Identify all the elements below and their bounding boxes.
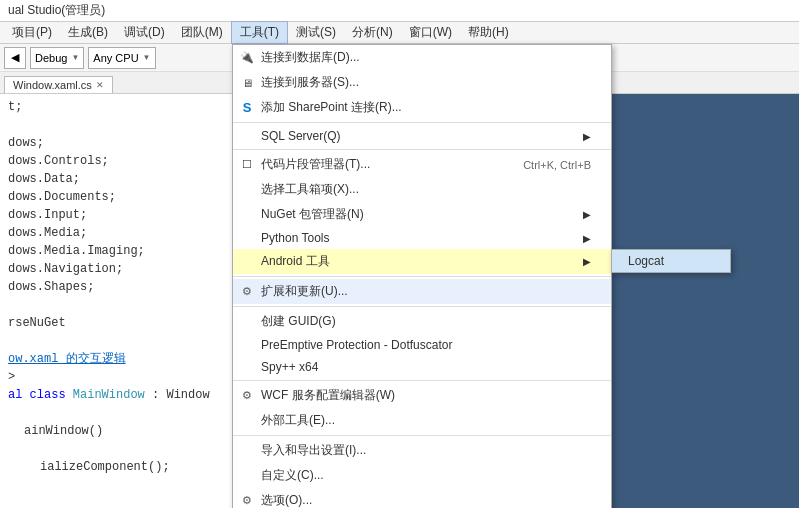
code-line: [0, 332, 234, 350]
add-sharepoint-label: 添加 SharePoint 连接(R)...: [261, 99, 402, 116]
menu-android-tools[interactable]: Android 工具 ▶ Logcat: [233, 249, 611, 274]
menu-python-tools[interactable]: Python Tools ▶: [233, 227, 611, 249]
code-line: dows.Media;: [0, 224, 234, 242]
menu-spy[interactable]: Spy++ x64: [233, 356, 611, 378]
connect-server-icon: 🖥: [239, 75, 255, 91]
menu-analyze[interactable]: 分析(N): [344, 22, 401, 43]
code-line: rseNuGet: [0, 314, 234, 332]
menu-help[interactable]: 帮助(H): [460, 22, 517, 43]
options-icon: ⚙: [239, 493, 255, 509]
separator-2: [233, 149, 611, 150]
code-line: [0, 404, 234, 422]
code-line: dows.Controls;: [0, 152, 234, 170]
code-line: dows.Input;: [0, 206, 234, 224]
tab-label: Window.xaml.cs: [13, 79, 92, 91]
tab-window-xaml-cs[interactable]: Window.xaml.cs ✕: [4, 76, 113, 93]
cpu-dropdown-arrow: ▼: [143, 53, 151, 62]
extensions-label: 扩展和更新(U)...: [261, 283, 348, 300]
code-editor[interactable]: t; dows; dows.Controls; dows.Data; dows.…: [0, 94, 235, 508]
separator-3: [233, 276, 611, 277]
menu-build[interactable]: 生成(B): [60, 22, 116, 43]
code-line: [0, 440, 234, 458]
menu-window[interactable]: 窗口(W): [401, 22, 460, 43]
external-tools-label: 外部工具(E)...: [261, 412, 335, 429]
code-line: ow.xaml 的交互逻辑: [0, 350, 234, 368]
code-snippets-shortcut: Ctrl+K, Ctrl+B: [523, 159, 591, 171]
menu-add-sharepoint[interactable]: S 添加 SharePoint 连接(R)...: [233, 95, 611, 120]
code-line: al class MainWindow : Window: [0, 386, 234, 404]
extensions-icon: ⚙: [239, 284, 255, 300]
sql-server-label: SQL Server(Q): [261, 129, 341, 143]
debug-dropdown-arrow: ▼: [71, 53, 79, 62]
code-line: dows.Navigation;: [0, 260, 234, 278]
menu-tools[interactable]: 工具(T): [231, 21, 288, 44]
code-snippets-label: 代码片段管理器(T)...: [261, 156, 370, 173]
connect-db-icon: 🔌: [239, 50, 255, 66]
debug-label: Debug: [35, 52, 67, 64]
code-line: ializeComponent();: [0, 458, 234, 476]
code-line: t;: [0, 98, 234, 116]
menu-debug[interactable]: 调试(D): [116, 22, 173, 43]
options-label: 选项(O)...: [261, 492, 312, 508]
nuget-label: NuGet 包管理器(N): [261, 206, 364, 223]
code-line: dows.Media.Imaging;: [0, 242, 234, 260]
android-tools-arrow: ▶: [583, 256, 591, 267]
menu-import-export[interactable]: 导入和导出设置(I)...: [233, 438, 611, 463]
menu-customize[interactable]: 自定义(C)...: [233, 463, 611, 488]
tab-close-button[interactable]: ✕: [96, 80, 104, 90]
code-line: dows.Data;: [0, 170, 234, 188]
menu-nuget[interactable]: NuGet 包管理器(N) ▶: [233, 202, 611, 227]
sql-server-arrow: ▶: [583, 131, 591, 142]
menu-wcf[interactable]: ⚙ WCF 服务配置编辑器(W): [233, 383, 611, 408]
debug-dropdown[interactable]: Debug ▼: [30, 47, 84, 69]
code-line: [0, 296, 234, 314]
separator-5: [233, 380, 611, 381]
connect-db-label: 连接到数据库(D)...: [261, 49, 360, 66]
code-line: >: [0, 368, 234, 386]
separator-6: [233, 435, 611, 436]
menu-external-tools[interactable]: 外部工具(E)...: [233, 408, 611, 433]
tools-dropdown-menu: 🔌 连接到数据库(D)... 🖥 连接到服务器(S)... S 添加 Share…: [232, 44, 612, 508]
menu-preemptive[interactable]: PreEmptive Protection - Dotfuscator: [233, 334, 611, 356]
spy-label: Spy++ x64: [261, 360, 318, 374]
preemptive-label: PreEmptive Protection - Dotfuscator: [261, 338, 452, 352]
code-snippets-checkbox: ☐: [239, 157, 255, 173]
cpu-dropdown[interactable]: Any CPU ▼: [88, 47, 155, 69]
menu-connect-server[interactable]: 🖥 连接到服务器(S)...: [233, 70, 611, 95]
separator-4: [233, 306, 611, 307]
customize-label: 自定义(C)...: [261, 467, 324, 484]
android-tools-submenu: Logcat: [611, 249, 731, 273]
choose-toolbox-label: 选择工具箱项(X)...: [261, 181, 359, 198]
menu-connect-db[interactable]: 🔌 连接到数据库(D)...: [233, 45, 611, 70]
wcf-label: WCF 服务配置编辑器(W): [261, 387, 395, 404]
menu-project[interactable]: 项目(P): [4, 22, 60, 43]
create-guid-label: 创建 GUID(G): [261, 313, 336, 330]
code-line: dows.Shapes;: [0, 278, 234, 296]
menu-choose-toolbox[interactable]: 选择工具箱项(X)...: [233, 177, 611, 202]
menu-team[interactable]: 团队(M): [173, 22, 231, 43]
menu-sql-server[interactable]: SQL Server(Q) ▶: [233, 125, 611, 147]
menu-options[interactable]: ⚙ 选项(O)...: [233, 488, 611, 508]
python-tools-label: Python Tools: [261, 231, 330, 245]
menu-code-snippets[interactable]: ☐ 代码片段管理器(T)... Ctrl+K, Ctrl+B: [233, 152, 611, 177]
toolbar-back[interactable]: ◀: [4, 47, 26, 69]
android-tools-label: Android 工具: [261, 253, 330, 270]
code-line: dows;: [0, 134, 234, 152]
import-export-label: 导入和导出设置(I)...: [261, 442, 366, 459]
title-bar: ual Studio(管理员): [0, 0, 799, 22]
submenu-logcat[interactable]: Logcat: [612, 250, 730, 272]
nuget-arrow: ▶: [583, 209, 591, 220]
connect-server-label: 连接到服务器(S)...: [261, 74, 359, 91]
title-text: ual Studio(管理员): [8, 2, 105, 19]
code-line: dows.Documents;: [0, 188, 234, 206]
menu-bar: 项目(P) 生成(B) 调试(D) 团队(M) 工具(T) 测试(S) 分析(N…: [0, 22, 799, 44]
python-tools-arrow: ▶: [583, 233, 591, 244]
sharepoint-icon: S: [239, 100, 255, 116]
code-line: [0, 116, 234, 134]
wcf-icon: ⚙: [239, 388, 255, 404]
code-line: ainWindow(): [0, 422, 234, 440]
menu-extensions[interactable]: ⚙ 扩展和更新(U)...: [233, 279, 611, 304]
separator-1: [233, 122, 611, 123]
menu-create-guid[interactable]: 创建 GUID(G): [233, 309, 611, 334]
menu-test[interactable]: 测试(S): [288, 22, 344, 43]
